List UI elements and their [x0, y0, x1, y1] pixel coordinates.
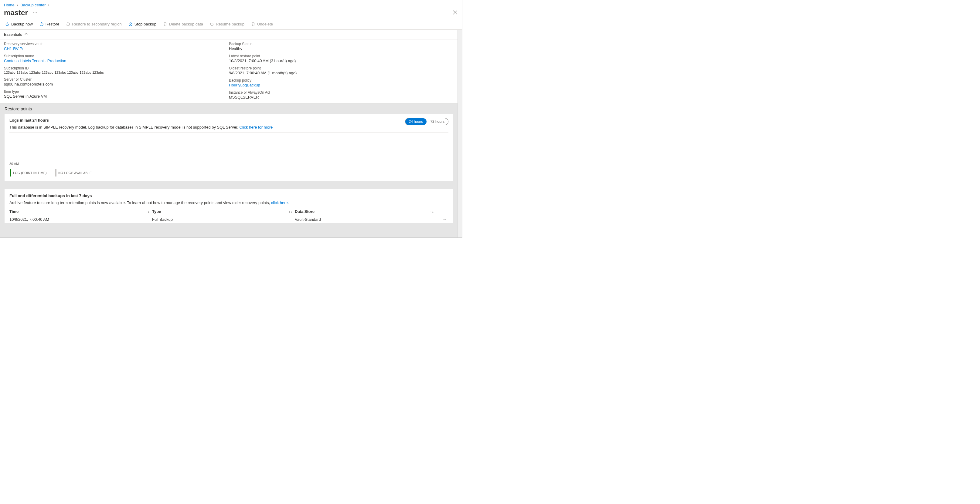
- toggle-72h[interactable]: 72 hours: [426, 118, 448, 125]
- undelete-icon: [251, 22, 255, 26]
- stop-backup-button[interactable]: Stop backup: [129, 22, 156, 26]
- breadcrumb-home[interactable]: Home: [4, 3, 14, 7]
- legend-no-logs: NO LOGS AVAILABLE: [55, 169, 92, 176]
- backup-now-icon: [5, 22, 10, 26]
- restore-button[interactable]: Restore: [40, 22, 59, 26]
- latest-restore-value: 10/8/2021, 7:00:40 AM (3 hour(s) ago): [229, 59, 454, 63]
- restore-icon: [40, 22, 44, 26]
- instance-value: MSSQLSERVER: [229, 95, 454, 100]
- close-icon[interactable]: [453, 10, 457, 16]
- breadcrumb-separator: ›: [17, 3, 18, 7]
- vault-label: Recovery services vault: [4, 42, 229, 46]
- essentials-panel: Recovery services vault CH1-RV-Pri Subsc…: [0, 40, 458, 103]
- resume-backup-button: Resume backup: [210, 22, 244, 26]
- logs-card-title: Logs in last 24 hours: [10, 118, 273, 122]
- breadcrumb-backup-center[interactable]: Backup center: [20, 3, 46, 7]
- cell-datastore: Vault-Standard: [295, 217, 436, 222]
- breadcrumb: Home › Backup center ›: [0, 0, 462, 8]
- sort-icon[interactable]: ↑↓: [430, 209, 434, 214]
- more-menu-icon[interactable]: ···: [33, 10, 38, 16]
- col-datastore-header[interactable]: Data Store ↑↓: [295, 208, 436, 215]
- toolbar: Backup now Restore Restore to secondary …: [0, 20, 462, 30]
- sort-icon[interactable]: ↓: [148, 209, 150, 214]
- restore-points-heading: Restore points: [0, 103, 458, 114]
- item-type-label: Item type: [4, 89, 229, 94]
- backup-status-label: Backup Status: [229, 42, 454, 46]
- essentials-toggle[interactable]: Essentials: [0, 30, 458, 40]
- svg-line-1: [129, 23, 132, 25]
- vault-link[interactable]: CH1-RV-Pri: [4, 46, 229, 51]
- logs-card: Logs in last 24 hours This database is i…: [5, 114, 453, 181]
- backups-table-header: Time ↓ Type ↑↓ Data Store ↑↓: [10, 208, 449, 215]
- backup-policy-label: Backup policy: [229, 78, 454, 82]
- archive-learn-more-link[interactable]: click here: [271, 200, 288, 205]
- instance-label: Instance or AlwaysOn AG: [229, 90, 454, 95]
- page-title: master: [4, 8, 28, 17]
- oldest-restore-label: Oldest restore point: [229, 66, 454, 70]
- col-time-header[interactable]: Time ↓: [10, 208, 152, 215]
- time-range-toggle[interactable]: 24 hours 72 hours: [405, 118, 449, 125]
- delete-backup-data-button: Delete backup data: [163, 22, 203, 26]
- cell-type: Full Backup: [152, 217, 295, 222]
- chart-tick-label: 30 AM: [10, 162, 19, 166]
- row-menu-icon[interactable]: ···: [436, 217, 449, 222]
- subscription-name-link[interactable]: Contoso Hotels Tenant - Production: [4, 59, 229, 63]
- subscription-id-value: 123abc-123abc-123abc-123abc-123abc-123ab…: [4, 71, 229, 74]
- table-row[interactable]: 10/8/2021, 7:00:40 AM Full Backup Vault-…: [10, 215, 449, 223]
- latest-restore-label: Latest restore point: [229, 54, 454, 58]
- restore-secondary-button: Restore to secondary region: [66, 22, 121, 26]
- resume-icon: [210, 22, 214, 26]
- logs-learn-more-link[interactable]: Click here for more: [240, 125, 273, 130]
- chevron-up-icon: [24, 32, 28, 37]
- trash-icon: [163, 22, 167, 26]
- subscription-name-label: Subscription name: [4, 54, 229, 58]
- backup-policy-link[interactable]: HourlyLogBackup: [229, 83, 454, 87]
- vertical-scrollbar[interactable]: [458, 30, 462, 238]
- server-value: sql00.na.contosohotels.com: [4, 82, 229, 86]
- cell-time: 10/8/2021, 7:00:40 AM: [10, 217, 152, 222]
- legend-swatch-green: [10, 169, 11, 176]
- chart-legend: LOG (POINT IN TIME) NO LOGS AVAILABLE: [10, 169, 449, 176]
- server-label: Server or Cluster: [4, 77, 229, 82]
- logs-card-description: This database is in SIMPLE recovery mode…: [10, 125, 273, 130]
- breadcrumb-separator: ›: [48, 3, 49, 7]
- logs-chart: 30 AM: [10, 134, 449, 167]
- undelete-button: Undelete: [251, 22, 273, 26]
- restore-secondary-icon: [66, 22, 70, 26]
- backup-status-value: Healthy: [229, 46, 454, 51]
- subscription-id-label: Subscription ID: [4, 66, 229, 70]
- toggle-24h[interactable]: 24 hours: [405, 118, 427, 125]
- stop-backup-icon: [129, 22, 133, 26]
- full-diff-title: Full and differential backups in last 7 …: [10, 193, 449, 198]
- sort-icon[interactable]: ↑↓: [288, 209, 292, 214]
- legend-swatch-gray: [55, 169, 56, 176]
- oldest-restore-value: 9/8/2021, 7:00:40 AM (1 month(s) ago): [229, 71, 454, 75]
- col-type-header[interactable]: Type ↑↓: [152, 208, 295, 215]
- full-diff-description: Archive feature to store long term reten…: [10, 200, 449, 205]
- legend-log-pit: LOG (POINT IN TIME): [10, 169, 47, 176]
- item-type-value: SQL Server in Azure VM: [4, 94, 229, 98]
- full-diff-card: Full and differential backups in last 7 …: [5, 189, 453, 223]
- backup-now-button[interactable]: Backup now: [5, 22, 33, 26]
